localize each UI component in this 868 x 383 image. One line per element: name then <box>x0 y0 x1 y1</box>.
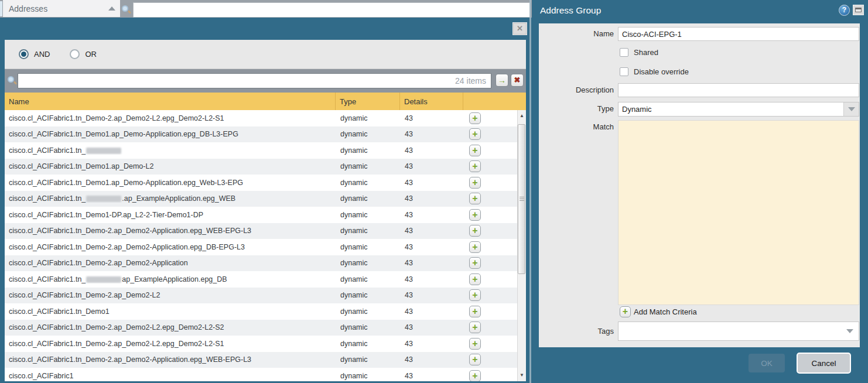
table-row[interactable]: cisco.cl_ACIFabric1.tn_Demo1.ap_Demo-App… <box>5 175 517 191</box>
type-select-value: Dynamic <box>618 105 843 114</box>
collapse-arrow-icon[interactable] <box>108 6 115 11</box>
address-details: 43 <box>400 355 463 364</box>
table-row[interactable]: cisco.cl_ACIFabric1.tn_Demo-2.ap_Demo2-A… <box>5 239 517 255</box>
address-type: dynamic <box>336 355 400 364</box>
add-address-icon[interactable]: + <box>469 160 481 172</box>
table-row[interactable]: cisco.cl_ACIFabric1.tn_Demo-2.ap_Demo2-A… <box>5 223 517 240</box>
add-address-icon[interactable]: + <box>469 322 481 333</box>
address-type: dynamic <box>336 323 400 331</box>
table-row[interactable]: cisco.cl_ACIFabric1.tn_Demo-2.ap_Demo2-A… <box>5 352 517 368</box>
address-details: 43 <box>400 146 463 155</box>
filter-search-icon <box>8 76 16 85</box>
search-icon <box>122 5 131 14</box>
name-field[interactable] <box>618 27 859 41</box>
address-name: cisco.cl_ACIFabric1.tn_Demo-2.ap_Demo2-A… <box>5 259 336 267</box>
add-address-icon[interactable]: + <box>469 241 481 253</box>
add-address-icon[interactable]: + <box>469 112 481 124</box>
item-count: 24 items <box>455 76 491 86</box>
add-address-icon[interactable]: + <box>469 306 481 317</box>
popup-close-icon[interactable]: ✕ <box>513 23 527 35</box>
or-radio[interactable]: OR <box>70 49 97 59</box>
add-address-icon[interactable]: + <box>469 338 481 350</box>
address-details: 43 <box>400 162 463 170</box>
window-maximize-icon[interactable] <box>853 5 864 15</box>
add-address-icon[interactable]: + <box>469 145 481 156</box>
table-header: Name Type Details <box>5 93 526 110</box>
address-name: cisco.cl_ACIFabric1.tn_Demo-2.ap_Demo2-L… <box>5 340 336 348</box>
addresses-dropdown-value: Addresses <box>9 4 47 13</box>
ok-button[interactable]: OK <box>749 354 785 372</box>
filter-input[interactable] <box>18 74 455 88</box>
addresses-type-dropdown[interactable]: Addresses <box>3 0 120 17</box>
add-address-icon[interactable]: + <box>469 354 481 365</box>
table-scrollbar[interactable]: ▲ ▼ <box>517 110 526 381</box>
add-address-icon[interactable]: + <box>469 209 481 221</box>
address-details: 43 <box>400 194 463 203</box>
scroll-up-icon[interactable]: ▲ <box>518 111 526 121</box>
add-address-icon[interactable]: + <box>469 225 481 237</box>
add-address-icon[interactable]: + <box>469 177 481 189</box>
address-type: dynamic <box>336 259 400 267</box>
address-details: 43 <box>400 259 463 267</box>
column-header-details[interactable]: Details <box>400 93 463 110</box>
add-address-icon[interactable]: + <box>469 128 481 140</box>
address-details: 43 <box>400 372 463 380</box>
address-selection-popup: AND OR 24 items → ✖ Name Type Details ci… <box>5 40 526 381</box>
add-address-icon[interactable]: + <box>469 289 481 301</box>
shared-checkbox[interactable] <box>620 48 628 57</box>
address-name: cisco.cl_ACIFabric1.tn_Demo-2.ap_Demo2-L… <box>5 323 336 331</box>
table-row[interactable]: cisco.cl_ACIFabric1.tn_Demo1 dynamic 43 … <box>5 303 517 320</box>
table-row[interactable]: cisco.cl_ACIFabric1.tn_Demo1.ap_Demo-App… <box>5 126 517 143</box>
add-address-icon[interactable]: + <box>469 257 481 269</box>
name-label: Name <box>539 29 614 38</box>
add-address-icon[interactable]: + <box>469 273 481 285</box>
tags-select[interactable] <box>618 322 859 341</box>
chevron-down-icon <box>848 107 855 111</box>
add-address-icon[interactable]: + <box>469 193 481 204</box>
table-row[interactable]: cisco.cl_ACIFabric1.tn_Demo-2.ap_Demo2-L… <box>5 320 517 336</box>
address-name: cisco.cl_ACIFabric1 <box>5 372 336 380</box>
table-row[interactable]: cisco.cl_ACIFabric1.tn_ap_ExampleApplica… <box>5 271 517 288</box>
table-row[interactable]: cisco.cl_ACIFabric1.tn_ dynamic 43 + <box>5 142 517 159</box>
description-field[interactable] <box>618 83 859 97</box>
add-address-icon[interactable]: + <box>469 370 481 381</box>
tags-label: Tags <box>539 327 614 336</box>
cropped-ui-sliver <box>0 1 2 16</box>
address-details: 43 <box>400 340 463 348</box>
filter-bar: 24 items → ✖ <box>5 69 526 93</box>
table-row[interactable]: cisco.cl_ACIFabric1.tn_Demo1-DP.ap_L2-2-… <box>5 207 517 223</box>
type-select[interactable]: Dynamic <box>618 102 859 117</box>
table-row[interactable]: cisco.cl_ACIFabric1.tn_Demo1.ap_Demo-L2 … <box>5 159 517 175</box>
top-bar: Addresses <box>0 0 532 18</box>
top-search-input[interactable] <box>133 2 530 18</box>
cancel-button[interactable]: Cancel <box>797 353 851 374</box>
address-details: 43 <box>400 114 463 122</box>
table-row[interactable]: cisco.cl_ACIFabric1.tn_Demo-2.ap_Demo2-A… <box>5 255 517 272</box>
table-row[interactable]: cisco.cl_ACIFabric1.tn_Demo-2.ap_Demo2-L… <box>5 110 517 126</box>
address-details: 43 <box>400 275 463 283</box>
table-row[interactable]: cisco.cl_ACIFabric1.tn_Demo-2.ap_Demo2-L… <box>5 336 517 352</box>
or-radio-label: OR <box>85 50 97 59</box>
help-icon[interactable]: ? <box>839 5 850 16</box>
dialog-title: Address Group <box>540 5 601 16</box>
and-radio[interactable]: AND <box>19 49 50 59</box>
address-name: cisco.cl_ACIFabric1.tn_Demo-2.ap_Demo2-A… <box>5 227 336 235</box>
address-name: cisco.cl_ACIFabric1.tn_Demo-2.ap_Demo2-L… <box>5 291 336 299</box>
scrollbar-thumb[interactable] <box>518 124 525 274</box>
address-type: dynamic <box>336 179 400 187</box>
table-row[interactable]: cisco.cl_ACIFabric1.tn_Demo-2.ap_Demo2-L… <box>5 288 517 304</box>
column-header-name[interactable]: Name <box>5 93 336 110</box>
address-details: 43 <box>400 307 463 316</box>
table-row[interactable]: cisco.cl_ACIFabric1.tn_.ap_ExampleApplic… <box>5 191 517 207</box>
add-match-criteria-button[interactable]: + Add Match Criteria <box>620 306 697 317</box>
table-row[interactable]: cisco.cl_ACIFabric1 dynamic 43 + <box>5 368 517 381</box>
address-type: dynamic <box>336 243 400 251</box>
clear-filter-button[interactable]: ✖ <box>511 74 524 87</box>
address-details: 43 <box>400 291 463 299</box>
match-textarea[interactable] <box>618 120 859 305</box>
apply-filter-button[interactable]: → <box>495 74 508 87</box>
add-match-plus-icon: + <box>620 306 631 317</box>
disable-override-checkbox[interactable] <box>620 67 628 76</box>
scroll-down-icon[interactable]: ▼ <box>518 371 526 380</box>
column-header-type[interactable]: Type <box>336 93 400 110</box>
